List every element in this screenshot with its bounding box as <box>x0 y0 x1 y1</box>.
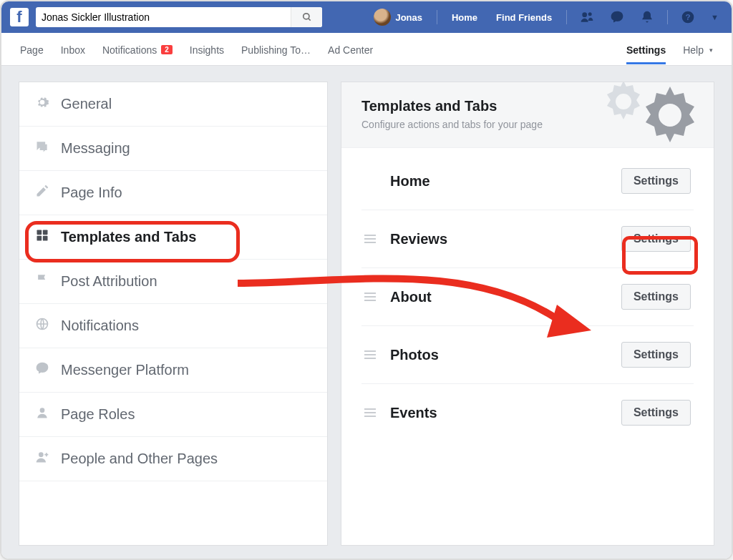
search-icon <box>302 12 312 22</box>
facebook-logo[interactable]: f <box>10 8 29 26</box>
tab-settings-button-about[interactable]: Settings <box>621 284 691 310</box>
sidebar-item-label: General <box>61 96 112 112</box>
sidebar-item-page-info[interactable]: Page Info <box>19 171 327 215</box>
tab-row-photos: Photos Settings <box>361 326 694 384</box>
sidebar-item-general[interactable]: General <box>19 82 327 127</box>
messenger-icon <box>34 361 51 379</box>
tab-label: Events <box>390 405 608 421</box>
help-icon[interactable]: ? <box>676 10 699 24</box>
svg-point-3 <box>588 12 592 16</box>
svg-point-11 <box>40 408 45 413</box>
drag-handle-icon[interactable] <box>364 232 377 245</box>
divider <box>437 10 437 24</box>
tab-label: About <box>390 289 608 305</box>
templates-tabs-panel: Templates and Tabs Configure actions and… <box>341 82 714 546</box>
sidebar-item-post-attribution[interactable]: Post Attribution <box>19 260 327 304</box>
sidebar-item-messaging[interactable]: Messaging <box>19 127 327 171</box>
svg-rect-8 <box>37 236 42 241</box>
sidebar-item-label: People and Other Pages <box>61 451 218 467</box>
tab-inbox[interactable]: Inbox <box>61 34 85 64</box>
grid-icon <box>34 228 51 246</box>
sidebar-item-people-pages[interactable]: People and Other Pages <box>19 437 327 481</box>
svg-point-2 <box>582 12 587 17</box>
search-container <box>36 7 322 27</box>
tab-settings-button-reviews[interactable]: Settings <box>621 226 691 252</box>
friend-requests-icon[interactable] <box>576 10 598 24</box>
chat-icon <box>34 139 51 157</box>
tab-row-events: Events Settings <box>361 384 694 441</box>
notifications-icon[interactable] <box>636 10 659 24</box>
tab-notifications[interactable]: Notifications 2 <box>102 34 173 64</box>
search-button[interactable] <box>291 7 322 27</box>
sidebar-item-label: Page Roles <box>61 406 135 423</box>
svg-rect-7 <box>43 230 48 235</box>
tab-row-home: Home Settings <box>361 152 694 210</box>
content-area: General Messaging Page Info Templates an… <box>1 66 732 560</box>
tab-label: Reviews <box>390 231 608 247</box>
sidebar-item-label: Notifications <box>61 318 139 334</box>
tab-settings-button-photos[interactable]: Settings <box>621 342 691 368</box>
tab-insights[interactable]: Insights <box>190 34 224 64</box>
dropdown-caret-icon[interactable]: ▼ <box>707 13 723 21</box>
sidebar-item-label: Page Info <box>61 185 122 201</box>
tab-label: Home <box>390 173 608 190</box>
svg-rect-6 <box>37 230 42 235</box>
tab-label: Photos <box>390 347 608 363</box>
svg-rect-9 <box>43 236 48 241</box>
tab-settings-button-events[interactable]: Settings <box>621 400 691 426</box>
notifications-badge: 2 <box>161 45 173 54</box>
gear-decoration-icon <box>595 82 709 148</box>
tab-publishing-tools[interactable]: Publishing To… <box>241 34 311 64</box>
settings-sidebar: General Messaging Page Info Templates an… <box>19 82 328 546</box>
tab-settings[interactable]: Settings <box>626 34 666 64</box>
sidebar-item-label: Post Attribution <box>61 273 157 290</box>
tab-settings-button-home[interactable]: Settings <box>621 168 691 194</box>
profile-link[interactable]: Jonas <box>368 9 428 26</box>
add-person-icon <box>34 450 51 468</box>
globe-icon <box>34 317 51 335</box>
svg-point-0 <box>303 14 309 19</box>
gear-icon <box>34 95 51 113</box>
panel-header: Templates and Tabs Configure actions and… <box>341 82 714 148</box>
drag-handle-icon[interactable] <box>364 290 377 303</box>
sidebar-item-notifications[interactable]: Notifications <box>19 304 327 348</box>
find-friends-link[interactable]: Find Friends <box>490 12 558 23</box>
flag-icon <box>34 272 51 290</box>
sidebar-item-label: Templates and Tabs <box>61 229 196 245</box>
svg-text:?: ? <box>686 12 691 21</box>
page-toolbar: Page Inbox Notifications 2 Insights Publ… <box>1 33 732 66</box>
sidebar-item-messenger-platform[interactable]: Messenger Platform <box>19 348 327 393</box>
tab-row-reviews: Reviews Settings <box>361 210 694 268</box>
svg-line-1 <box>308 19 310 21</box>
global-topbar: f Jonas Home Find Friends ? ▼ <box>1 1 732 33</box>
search-input[interactable] <box>36 7 291 27</box>
pencil-icon <box>34 184 51 202</box>
messenger-icon[interactable] <box>606 10 628 24</box>
svg-point-12 <box>39 452 44 457</box>
tab-row-about: About Settings <box>361 268 694 326</box>
avatar-icon <box>374 9 391 26</box>
drag-handle-icon[interactable] <box>364 348 377 361</box>
sidebar-item-label: Messenger Platform <box>61 362 189 378</box>
tabs-list: Home Settings Reviews Settings About Set… <box>341 148 714 446</box>
profile-name: Jonas <box>395 12 422 23</box>
app-window: f Jonas Home Find Friends ? ▼ <box>0 0 733 560</box>
sidebar-item-label: Messaging <box>61 140 130 157</box>
home-link[interactable]: Home <box>446 12 483 23</box>
sidebar-item-page-roles[interactable]: Page Roles <box>19 393 327 437</box>
tab-page[interactable]: Page <box>20 34 44 64</box>
drag-handle-icon[interactable] <box>364 406 377 419</box>
tab-help[interactable]: Help <box>683 34 713 64</box>
divider <box>566 10 567 24</box>
divider <box>667 10 668 24</box>
person-icon <box>34 406 51 423</box>
tab-ad-center[interactable]: Ad Center <box>328 34 373 64</box>
sidebar-item-templates-tabs[interactable]: Templates and Tabs <box>19 215 327 260</box>
